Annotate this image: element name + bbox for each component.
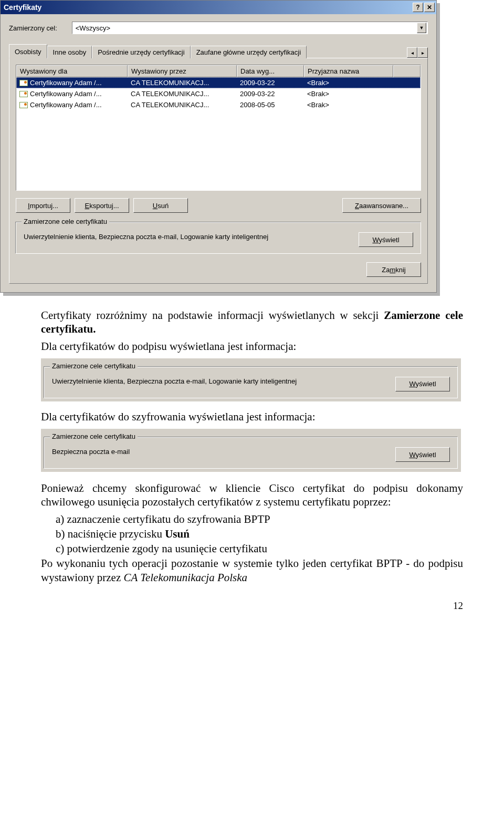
intended-purpose-label: Zamierzony cel:: [9, 24, 57, 32]
chevron-down-icon[interactable]: ▼: [417, 23, 426, 33]
certificate-list[interactable]: Wystawiony dla Wystawiony przez Data wyg…: [16, 65, 421, 191]
doc-para-2: Dla certyfikatów do podpisu wyświetlana …: [41, 339, 463, 353]
tabstrip: Osobisty Inne osoby Pośrednie urzędy cer…: [9, 44, 428, 58]
tab-intermediate-ca[interactable]: Pośrednie urzędy certyfikacji: [92, 46, 190, 58]
encrypt-purposes-screenshot: Zamierzone cele certyfikatu Bezpieczna p…: [41, 429, 461, 472]
titlebar[interactable]: Certyfikaty ? ✕: [1, 1, 436, 14]
certificate-icon: [19, 91, 28, 97]
cert-purposes-group: Zamierzone cele certyfikatu Uwierzytelni…: [16, 222, 421, 254]
window-title: Certyfikaty: [4, 3, 412, 12]
cert-purposes-text: Uwierzytelnienie klienta, Bezpieczna poc…: [52, 377, 385, 386]
list-rows: Certyfikowany Adam /... CA TELEKOMUNIKAC…: [16, 77, 421, 110]
col-issued-to[interactable]: Wystawiony dla: [16, 65, 128, 77]
certificate-icon: [19, 80, 28, 86]
export-button[interactable]: Eksportuj...: [75, 198, 129, 213]
doc-list-a: a) zaznaczenie certyfikatu do szyfrowani…: [41, 512, 463, 526]
tab-personal[interactable]: Osobisty: [9, 44, 47, 58]
list-header: Wystawiony dla Wystawiony przez Data wyg…: [16, 65, 421, 77]
table-row[interactable]: Certyfikowany Adam /... CA TELEKOMUNIKAC…: [16, 99, 421, 110]
help-icon[interactable]: ?: [413, 3, 423, 12]
certificate-icon: [19, 102, 28, 108]
tab-scroll-right-icon[interactable]: ▸: [417, 47, 428, 58]
document-body-3: Ponieważ chcemy skonfigurować w kliencie…: [0, 477, 504, 584]
group-label: Zamierzone cele certyfikatu: [22, 218, 109, 225]
table-row[interactable]: Certyfikowany Adam /... CA TELEKOMUNIKAC…: [16, 88, 421, 99]
cert-purposes-group-signing: Zamierzone cele certyfikatu Uwierzytelni…: [44, 367, 458, 398]
tab-trusted-root-ca[interactable]: Zaufane główne urzędy certyfikacji: [191, 46, 307, 58]
document-body-2: Dla certyfikatów do szyfrowania wyświetl…: [0, 407, 504, 424]
view-button[interactable]: Wyświetl: [359, 232, 413, 247]
document-body: Certyfikaty rozróżnimy na podstawie info…: [0, 293, 504, 353]
group-label: Zamierzone cele certyfikatu: [50, 362, 138, 370]
table-row[interactable]: Certyfikowany Adam /... CA TELEKOMUNIKAC…: [16, 77, 421, 88]
view-button[interactable]: Wyświetl: [395, 447, 450, 462]
col-expiry[interactable]: Data wyg...: [237, 65, 304, 77]
doc-para-1a: Certyfikaty rozróżnimy na podstawie info…: [41, 309, 384, 322]
cert-purposes-group-encrypt: Zamierzone cele certyfikatu Bezpieczna p…: [44, 437, 458, 469]
cert-purposes-text: Bezpieczna poczta e-mail: [52, 447, 385, 457]
cert-purposes-text: Uwierzytelnienie klienta, Bezpieczna poc…: [24, 232, 348, 242]
doc-para-5a: Po wykonaniu tych operacji pozostanie w …: [41, 557, 463, 583]
delete-button[interactable]: Usuń: [133, 198, 188, 213]
tab-pane: Wystawiony dla Wystawiony przez Data wyg…: [9, 58, 428, 284]
doc-list-b: b) naciśnięcie przycisku Usuń: [41, 527, 463, 541]
close-button[interactable]: Zamknij: [366, 262, 421, 277]
col-filler: [393, 65, 421, 77]
doc-para-3: Dla certyfikatów do szyfrowania wyświetl…: [41, 410, 463, 424]
import-button[interactable]: Importuj...: [16, 198, 70, 213]
certificates-dialog: Certyfikaty ? ✕ Zamierzony cel: <Wszyscy…: [0, 0, 437, 293]
doc-para-4: Ponieważ chcemy skonfigurować w kliencie…: [41, 481, 463, 509]
doc-para-5b: CA Telekomunikacja Polska: [123, 571, 247, 584]
tab-other-people[interactable]: Inne osoby: [47, 46, 92, 58]
combo-value: <Wszyscy>: [76, 24, 417, 32]
doc-list-c: c) potwierdzenie zgody na usunięcie cert…: [41, 542, 463, 555]
close-icon[interactable]: ✕: [424, 3, 435, 12]
signing-purposes-screenshot: Zamierzone cele certyfikatu Uwierzytelni…: [41, 358, 461, 401]
group-label: Zamierzone cele certyfikatu: [50, 432, 138, 440]
page-number: 12: [0, 587, 504, 617]
tab-scroll-left-icon[interactable]: ◂: [407, 47, 417, 58]
view-button[interactable]: Wyświetl: [395, 377, 450, 391]
col-friendly-name[interactable]: Przyjazna nazwa: [304, 65, 393, 77]
col-issued-by[interactable]: Wystawiony przez: [128, 65, 237, 77]
intended-purpose-combo[interactable]: <Wszyscy> ▼: [72, 22, 428, 34]
advanced-button[interactable]: Zaawansowane...: [342, 198, 421, 213]
